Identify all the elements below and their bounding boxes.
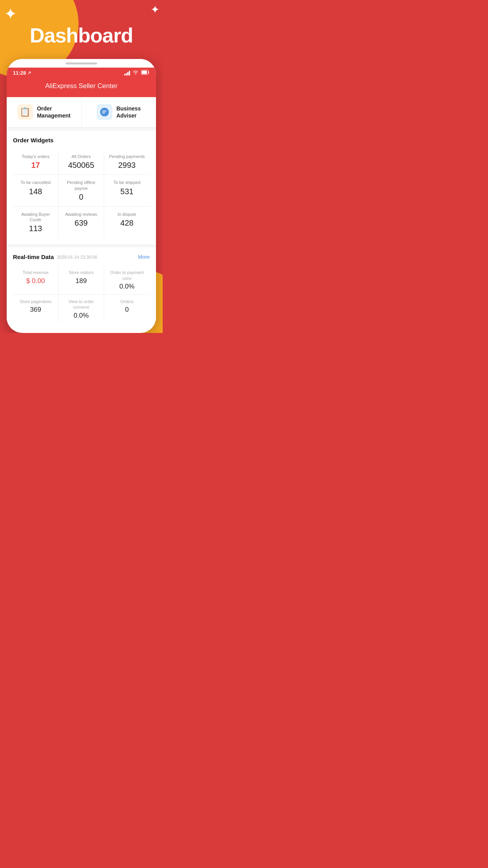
notch-bar xyxy=(66,63,97,64)
widget-label-7: Awaiting reviews xyxy=(62,211,101,217)
data-cell-3[interactable]: Store pageviews 369 xyxy=(13,295,59,324)
location-icon: ↗ xyxy=(28,70,31,75)
data-label-5: Orders xyxy=(106,299,147,304)
widget-label-6: Awaiting Buyer Confir xyxy=(16,211,55,223)
data-value-0: $ 0.00 xyxy=(15,277,56,285)
widget-cell-1[interactable]: All Orders 450065 xyxy=(59,149,104,175)
realtime-data-grid: Total revenue $ 0.00 Store visitors 189 … xyxy=(13,266,150,323)
widget-cell-3[interactable]: To be cancelled 148 xyxy=(13,175,59,207)
widget-value-5: 531 xyxy=(107,187,147,196)
widget-label-8: In dispute xyxy=(107,211,147,217)
widget-cell-6[interactable]: Awaiting Buyer Confir 113 xyxy=(13,207,59,238)
data-cell-4[interactable]: View to order conversi 0.0% xyxy=(59,295,104,324)
time-display: 11:28 xyxy=(13,70,26,76)
data-cell-1[interactable]: Store visitors 189 xyxy=(59,266,104,295)
widget-label-4: Pending offline payme xyxy=(62,180,101,191)
business-adviser-icon xyxy=(97,104,112,120)
page-title: Dashboard xyxy=(0,0,163,59)
signal-icon xyxy=(124,71,130,75)
order-widgets-section: Order Widgets Today's orders 17 All Orde… xyxy=(7,131,156,244)
realtime-section: Real-time Data 2020-01-14 22:30:56 More … xyxy=(7,247,156,329)
data-label-2: Order to payment conv xyxy=(106,270,147,281)
data-label-4: View to order conversi xyxy=(61,299,101,310)
status-time: 11:28 ↗ xyxy=(13,70,31,76)
phone-mockup: 11:28 ↗ xyxy=(7,59,156,333)
widget-cell-2[interactable]: Pending payments 2993 xyxy=(104,149,150,175)
widget-value-1: 450065 xyxy=(62,161,101,170)
business-adviser-button[interactable]: BusinessAdviser xyxy=(82,97,156,127)
data-value-5: 0 xyxy=(106,306,147,314)
realtime-title: Real-time Data xyxy=(13,254,54,260)
business-adviser-label: BusinessAdviser xyxy=(116,105,141,119)
battery-icon xyxy=(141,70,150,76)
widget-value-6: 113 xyxy=(16,224,55,233)
widget-cell-4[interactable]: Pending offline payme 0 xyxy=(59,175,104,207)
realtime-timestamp: 2020-01-14 22:30:56 xyxy=(57,255,97,259)
widget-value-0: 17 xyxy=(16,161,55,170)
order-management-icon: 📋 xyxy=(17,104,33,120)
widget-value-8: 428 xyxy=(107,219,147,228)
widget-cell-8[interactable]: In dispute 428 xyxy=(104,207,150,238)
order-management-button[interactable]: 📋 OrderManagement xyxy=(7,97,82,127)
data-cell-2[interactable]: Order to payment conv 0.0% xyxy=(104,266,150,295)
app-title: AliExpress Seller Center xyxy=(45,82,117,90)
app-header: AliExpress Seller Center xyxy=(7,78,156,97)
content-area: 📋 OrderManagement BusinessAdviser xyxy=(7,97,156,330)
widget-label-3: To be cancelled xyxy=(16,180,55,185)
status-bar: 11:28 ↗ xyxy=(7,68,156,78)
widget-label-0: Today's orders xyxy=(16,154,55,159)
widget-label-1: All Orders xyxy=(62,154,101,159)
data-cell-5[interactable]: Orders 0 xyxy=(104,295,150,324)
data-value-1: 189 xyxy=(61,277,101,285)
widget-cell-0[interactable]: Today's orders 17 xyxy=(13,149,59,175)
data-label-3: Store pageviews xyxy=(15,299,56,304)
realtime-header: Real-time Data 2020-01-14 22:30:56 More xyxy=(13,254,150,260)
data-label-1: Store visitors xyxy=(61,270,101,275)
status-icons xyxy=(124,70,150,76)
widget-label-2: Pending payments xyxy=(107,154,147,159)
wifi-icon xyxy=(132,70,139,76)
phone-notch xyxy=(7,59,156,68)
quick-actions-row: 📋 OrderManagement BusinessAdviser xyxy=(7,97,156,127)
widget-cell-7[interactable]: Awaiting reviews 639 xyxy=(59,207,104,238)
data-value-3: 369 xyxy=(15,306,56,314)
background: ✦ ✦ ✦ Dashboard 11:28 ↗ xyxy=(0,0,163,333)
order-widgets-grid: Today's orders 17 All Orders 450065 Pend… xyxy=(13,149,150,238)
data-label-0: Total revenue xyxy=(15,270,56,275)
svg-rect-1 xyxy=(142,71,147,74)
data-cell-0[interactable]: Total revenue $ 0.00 xyxy=(13,266,59,295)
data-value-4: 0.0% xyxy=(61,312,101,320)
order-management-label: OrderManagement xyxy=(37,105,71,119)
widget-value-7: 639 xyxy=(62,219,101,228)
widget-value-4: 0 xyxy=(62,193,101,202)
order-widgets-title: Order Widgets xyxy=(13,137,150,143)
data-value-2: 0.0% xyxy=(106,283,147,291)
realtime-more-button[interactable]: More xyxy=(138,254,150,260)
widget-cell-5[interactable]: To be shipped 531 xyxy=(104,175,150,207)
widget-value-3: 148 xyxy=(16,187,55,196)
widget-value-2: 2993 xyxy=(107,161,147,170)
widget-label-5: To be shipped xyxy=(107,180,147,185)
